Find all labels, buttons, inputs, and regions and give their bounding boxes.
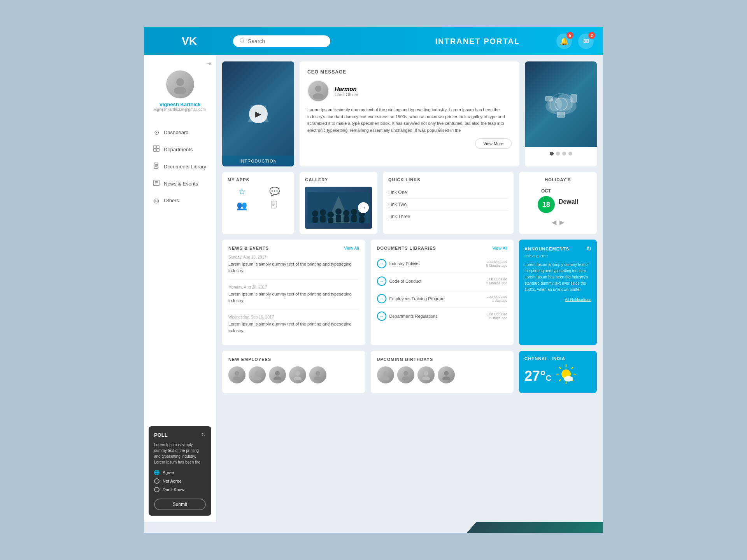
poll-refresh-button[interactable]: ↻: [201, 432, 206, 438]
news-item-1: Sunday, Aug 10, 2017 Lorem Ipsum is simp…: [228, 255, 359, 280]
svg-point-16: [315, 86, 321, 92]
svg-point-40: [343, 210, 349, 216]
holiday-month: OCT: [538, 188, 555, 194]
docs-title: DOCUMENTS LIBRARIES: [377, 246, 436, 250]
new-employees-card: NEW EMPLOYEES: [222, 351, 365, 393]
birthdays-card: UPCOMING BIRTHDAYS: [371, 351, 514, 393]
holiday-prev-button[interactable]: ◀: [552, 219, 556, 226]
sidebar-item-departments[interactable]: Departments: [144, 141, 216, 158]
sidebar-item-dashboard[interactable]: ⊙ Dashboard: [144, 124, 216, 141]
svg-line-69: [559, 368, 561, 369]
doc-name-2: Code of Conduct: [389, 279, 422, 284]
search-box[interactable]: [233, 35, 330, 47]
ceo-card: CEO MESSAGE Harmon Cheif Officer: [300, 61, 519, 166]
doc-right-2: Last Updated 2 Months ago: [486, 277, 507, 285]
svg-rect-43: [351, 215, 357, 222]
gallery-next-button[interactable]: →: [358, 202, 369, 213]
quick-links-card: QUICK LINKS Link One Link Two Link Three: [383, 172, 514, 234]
carousel-dot-1[interactable]: [550, 152, 554, 156]
holiday-next-button[interactable]: ▶: [559, 219, 564, 226]
announcements-text: Lorem Ipsum is simply dummy text of the …: [524, 262, 591, 293]
carousel-dot-4[interactable]: [568, 152, 572, 156]
doc-item-3[interactable]: → Employees Training Program Last Update…: [377, 290, 508, 308]
messages-badge: 2: [588, 32, 595, 39]
svg-line-1: [243, 42, 244, 43]
svg-rect-26: [271, 201, 276, 208]
quick-link-3[interactable]: Link Three: [388, 211, 508, 222]
svg-point-51: [274, 376, 281, 380]
top-row: 💻 ▶ INTRODUCTION CEO MESSAGE: [222, 61, 597, 166]
poll-option-notagree[interactable]: Not Agree: [154, 478, 206, 484]
play-button[interactable]: ▶: [249, 105, 268, 123]
quick-links-title: QUICK LINKS: [388, 177, 508, 182]
apps-grid: ☆ 💬 👥: [228, 187, 289, 212]
doc-item-1[interactable]: → Industry Policies Last Updated 5 Month…: [377, 255, 508, 273]
sidebar-item-news[interactable]: News & Events: [144, 175, 216, 192]
poll-radio-notagree: [154, 478, 160, 484]
sidebar-item-documents[interactable]: Documents Library: [144, 158, 216, 175]
notifications-button[interactable]: 🔔 5: [556, 33, 572, 49]
poll-submit-button[interactable]: Submit: [154, 499, 206, 510]
holiday-nav: ◀ ▶: [552, 219, 564, 226]
svg-point-63: [442, 376, 450, 380]
doc-icon-3: →: [377, 294, 386, 303]
sidebar-item-label: Documents Library: [164, 164, 206, 170]
ceo-section-label: CEO MESSAGE: [307, 69, 512, 75]
gallery-card: GALLERY: [300, 172, 377, 234]
doc-right-3: Last Updated 1 day ago: [486, 295, 507, 303]
search-input[interactable]: [248, 38, 318, 44]
carousel-dot-2[interactable]: [556, 152, 560, 156]
svg-rect-5: [157, 146, 159, 148]
poll-section: POLL ↻ Lorem Ipsum is simply dummy text …: [149, 426, 211, 516]
news-title: NEWS & EVENTS: [228, 246, 269, 250]
app-people-icon[interactable]: 👥: [237, 201, 247, 212]
doc-left-2: → Code of Conduct: [377, 276, 422, 286]
sidebar-item-others[interactable]: ◎ Others: [144, 192, 216, 209]
carousel-dot-3[interactable]: [562, 152, 566, 156]
svg-point-49: [253, 376, 261, 380]
messages-button[interactable]: ✉ 2: [578, 33, 594, 49]
docs-view-all[interactable]: View All: [493, 246, 507, 250]
avatar: [166, 70, 194, 98]
documents-icon: [153, 163, 160, 170]
logout-button[interactable]: ⇥: [206, 60, 211, 67]
quick-link-1[interactable]: Link One: [388, 187, 508, 199]
portal-title: INTRANET PORTAL: [399, 37, 557, 46]
svg-rect-39: [336, 215, 341, 222]
doc-left-1: → Industry Policies: [377, 259, 421, 268]
birthday-avatar-3: [417, 366, 435, 383]
view-more-button[interactable]: View More: [475, 138, 512, 149]
announcements-refresh-icon[interactable]: ↻: [586, 245, 591, 252]
holidays-card: HOLIDAY'S OCT 18 Dewali ◀ ▶: [519, 172, 597, 234]
ceo-title: Cheif Officer: [335, 92, 358, 97]
search-area: [225, 35, 399, 47]
holiday-name: Dewali: [559, 198, 579, 205]
news-view-all[interactable]: View All: [344, 246, 359, 250]
documents-card: DOCUMENTS LIBRARIES View All → Industry …: [371, 240, 514, 345]
svg-point-47: [233, 376, 241, 380]
doc-item-2[interactable]: → Code of Conduct Last Updated 2 Months …: [377, 273, 508, 290]
poll-title: POLL: [154, 432, 168, 438]
news-item-3: Wednesday, Sep 16, 2017 Lorem Ipsum is s…: [228, 315, 359, 339]
content-area: 💻 ▶ INTRODUCTION CEO MESSAGE: [216, 55, 603, 522]
my-apps-card: MY APPS ☆ 💬 👥: [222, 172, 294, 234]
poll-option-agree[interactable]: Agree: [154, 470, 206, 475]
news-date-1: Sunday, Aug 10, 2017: [228, 255, 359, 259]
svg-point-36: [328, 212, 334, 218]
gallery-title: GALLERY: [305, 177, 372, 182]
svg-point-32: [312, 210, 318, 217]
employee-avatar-2: [249, 366, 266, 383]
poll-option-dontknow[interactable]: Don't Know: [154, 487, 206, 492]
svg-point-34: [320, 209, 326, 215]
doc-icon-2: →: [377, 276, 386, 286]
app-chat-icon[interactable]: 💬: [269, 187, 280, 197]
app-star-icon[interactable]: ☆: [238, 187, 246, 197]
svg-rect-37: [328, 218, 333, 223]
quick-link-2[interactable]: Link Two: [388, 199, 508, 211]
app-doc-icon[interactable]: [270, 201, 279, 212]
doc-item-4[interactable]: → Departments Regulations Last Updated 1…: [377, 308, 508, 325]
all-notifications-link[interactable]: All Notifications: [524, 298, 591, 302]
doc-icon-4: →: [377, 312, 386, 321]
announcements-header: ANNOUNCEMENTS ↻: [524, 245, 591, 252]
svg-point-54: [316, 371, 320, 376]
